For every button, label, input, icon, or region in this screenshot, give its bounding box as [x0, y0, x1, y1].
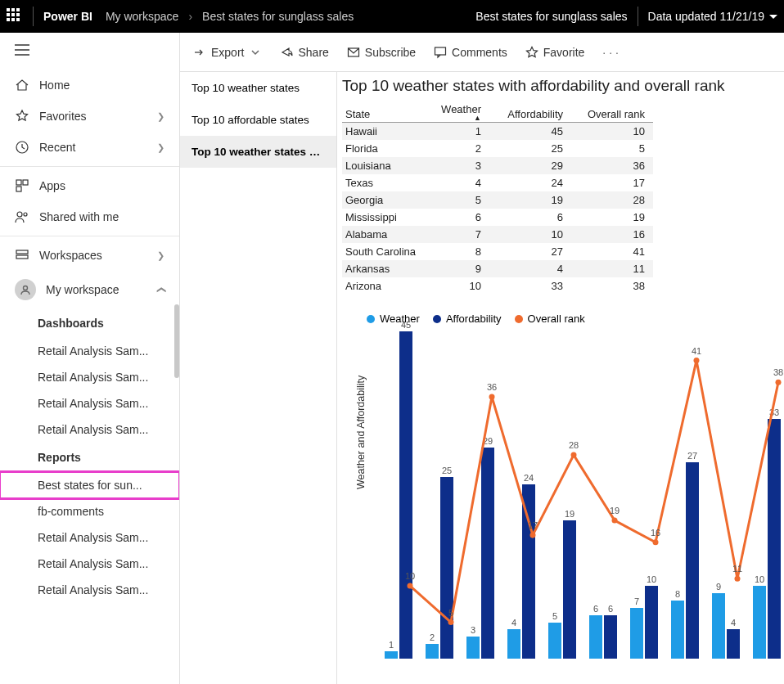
nav-favorites[interactable]: Favorites ❯: [0, 101, 179, 132]
legend-swatch: [515, 315, 523, 323]
table-row[interactable]: Louisiana32936: [342, 157, 653, 174]
more-button[interactable]: · · ·: [602, 46, 618, 59]
breadcrumb-report[interactable]: Best states for sunglass sales: [202, 10, 354, 23]
line-series: 1053617281916411138: [378, 331, 784, 659]
data-updated-label: Data updated 11/21/19: [648, 10, 764, 23]
share-label: Share: [298, 46, 328, 59]
chevron-right-icon: ❯: [157, 250, 164, 261]
comments-button[interactable]: Comments: [434, 46, 507, 59]
svg-point-15: [571, 452, 577, 458]
table-row[interactable]: Mississippi6619: [342, 209, 653, 226]
table-row[interactable]: South Carolina82741: [342, 243, 653, 260]
nav-report-item[interactable]: Best states for sun...: [0, 472, 179, 498]
table-row[interactable]: Arizona103338: [342, 277, 653, 295]
export-label: Export: [211, 46, 244, 59]
app-launcher-icon[interactable]: [7, 8, 23, 25]
apps-icon: [15, 178, 29, 193]
chevron-down-icon: [769, 15, 777, 19]
data-label: 28: [569, 440, 579, 450]
page-tab[interactable]: Top 10 weather states: [180, 72, 336, 104]
col-state[interactable]: State: [342, 100, 432, 123]
data-table: State Weather▲ Affordability Overall ran…: [342, 100, 653, 295]
nav-apps[interactable]: Apps: [0, 170, 179, 201]
nav-recent-label: Recent: [39, 141, 75, 154]
chevron-right-icon: ❯: [157, 111, 164, 122]
nav-scrollbar-thumb[interactable]: [174, 304, 179, 378]
svg-point-11: [408, 583, 413, 589]
svg-rect-4: [23, 180, 28, 185]
table-row[interactable]: Alabama71016: [342, 226, 653, 243]
legend-rank[interactable]: Overall rank: [515, 313, 585, 325]
nav-myworkspace[interactable]: My workspace ❯: [0, 271, 179, 308]
nav-workspaces[interactable]: Workspaces ❯: [0, 240, 179, 271]
report-toolbar: Export Share Subscribe Comments Favorite…: [180, 33, 784, 72]
table-row[interactable]: Texas42417: [342, 174, 653, 191]
page-tab[interactable]: Top 10 affordable states: [180, 104, 336, 136]
svg-point-10: [24, 286, 28, 290]
col-rank[interactable]: Overall rank: [571, 100, 653, 123]
svg-rect-9: [16, 255, 28, 259]
col-weather[interactable]: Weather▲: [432, 100, 489, 123]
nav-favorites-label: Favorites: [39, 110, 87, 123]
breadcrumb-sep: ›: [188, 10, 192, 23]
comment-icon: [434, 46, 447, 59]
nav-home[interactable]: Home: [0, 70, 179, 101]
data-label: 10: [405, 571, 415, 581]
table-row[interactable]: Florida2255: [342, 140, 653, 157]
star-icon: [525, 46, 538, 59]
chevron-right-icon: ❯: [157, 142, 164, 153]
data-label: 38: [773, 367, 783, 377]
data-updated-dropdown[interactable]: Data updated 11/21/19: [648, 10, 777, 23]
nav-section-reports: Reports: [0, 443, 179, 472]
nav-shared[interactable]: Shared with me: [0, 201, 179, 232]
breadcrumb-workspace[interactable]: My workspace: [106, 10, 178, 23]
header-divider: [33, 7, 34, 26]
nav-divider: [0, 166, 179, 167]
subscribe-button[interactable]: Subscribe: [347, 46, 416, 59]
nav-report-item[interactable]: Retail Analysis Sam...: [0, 524, 179, 551]
legend-swatch: [367, 315, 375, 323]
page-tab[interactable]: Top 10 weather states w...: [180, 136, 336, 168]
data-label: 17: [528, 520, 538, 530]
nav-report-item[interactable]: Retail Analysis Sam...: [0, 577, 179, 603]
y-axis-label: Weather and Affordability: [355, 376, 367, 489]
table-row[interactable]: Arkansas9411: [342, 260, 653, 277]
chevron-down-icon: [249, 46, 262, 59]
nav-report-item[interactable]: fb-comments: [0, 498, 179, 524]
favorite-button[interactable]: Favorite: [525, 46, 585, 59]
table-row[interactable]: Georgia51928: [342, 191, 653, 209]
data-label: 41: [692, 346, 701, 356]
export-button[interactable]: Export: [193, 46, 262, 59]
share-button[interactable]: Share: [280, 46, 328, 59]
col-afford[interactable]: Affordability: [489, 100, 571, 123]
people-icon: [15, 209, 29, 224]
svg-point-12: [448, 619, 454, 625]
legend-afford[interactable]: Affordability: [433, 313, 502, 325]
svg-point-20: [776, 380, 782, 385]
person-icon: [15, 279, 36, 300]
header-left: Power BI My workspace › Best states for …: [7, 7, 354, 26]
nav-section-dashboards: Dashboards: [0, 308, 179, 338]
nav-recent[interactable]: Recent ❯: [0, 132, 179, 163]
nav-workspaces-label: Workspaces: [39, 249, 102, 262]
hamburger-button[interactable]: [0, 33, 179, 70]
nav-report-item[interactable]: Retail Analysis Sam...: [0, 551, 179, 577]
svg-point-14: [530, 532, 536, 538]
workspaces-icon: [15, 248, 29, 263]
report-canvas: Top 10 weather states with affordability…: [337, 72, 784, 684]
nav-dashboard-item[interactable]: Retail Analysis Sam...: [0, 364, 179, 390]
brand-label: Power BI: [43, 10, 92, 23]
table-row[interactable]: Hawaii14510: [342, 123, 653, 141]
data-label: 45: [394, 320, 418, 330]
svg-rect-3: [16, 180, 21, 185]
left-nav: Home Favorites ❯ Recent ❯ Apps Shared wi…: [0, 33, 180, 684]
svg-point-7: [24, 213, 27, 216]
nav-apps-label: Apps: [39, 179, 65, 192]
svg-point-17: [653, 539, 659, 545]
nav-dashboard-item[interactable]: Retail Analysis Sam...: [0, 416, 179, 443]
nav-dashboard-item[interactable]: Retail Analysis Sam...: [0, 390, 179, 416]
hamburger-icon: [15, 44, 29, 56]
nav-dashboard-item[interactable]: Retail Analysis Sam...: [0, 338, 179, 364]
share-icon: [280, 46, 293, 59]
chevron-up-icon: ❯: [155, 286, 166, 294]
